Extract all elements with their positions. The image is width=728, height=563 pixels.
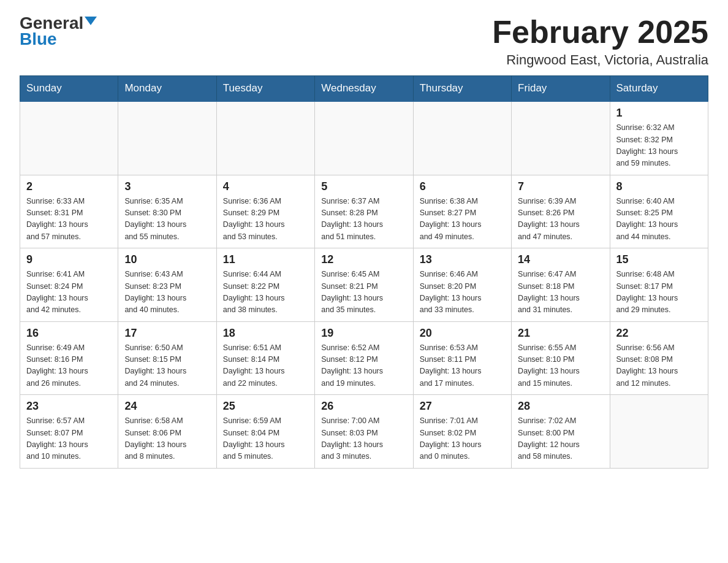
calendar-day-cell: 10Sunrise: 6:43 AMSunset: 8:23 PMDayligh… xyxy=(118,248,216,322)
calendar-day-cell: 26Sunrise: 7:00 AMSunset: 8:03 PMDayligh… xyxy=(315,395,413,469)
calendar-table: SundayMondayTuesdayWednesdayThursdayFrid… xyxy=(20,75,708,469)
day-info: Sunrise: 6:48 AMSunset: 8:17 PMDaylight:… xyxy=(616,269,702,316)
day-number: 8 xyxy=(616,180,702,193)
day-info: Sunrise: 6:35 AMSunset: 8:30 PMDaylight:… xyxy=(124,196,210,243)
weekday-header: Monday xyxy=(118,76,216,102)
day-info: Sunrise: 6:40 AMSunset: 8:25 PMDaylight:… xyxy=(616,196,702,243)
calendar-week-row: 9Sunrise: 6:41 AMSunset: 8:24 PMDaylight… xyxy=(20,248,708,322)
calendar-day-cell: 14Sunrise: 6:47 AMSunset: 8:18 PMDayligh… xyxy=(512,248,610,322)
calendar-day-cell: 19Sunrise: 6:52 AMSunset: 8:12 PMDayligh… xyxy=(315,321,413,395)
calendar-day-cell: 2Sunrise: 6:33 AMSunset: 8:31 PMDaylight… xyxy=(20,175,118,248)
day-info: Sunrise: 6:37 AMSunset: 8:28 PMDaylight:… xyxy=(321,196,406,243)
calendar-day-cell: 7Sunrise: 6:39 AMSunset: 8:26 PMDaylight… xyxy=(512,175,610,248)
calendar-day-cell xyxy=(610,395,708,469)
day-info: Sunrise: 6:58 AMSunset: 8:06 PMDaylight:… xyxy=(124,415,210,463)
page-header: General Blue February 2025 Ringwood East… xyxy=(20,15,708,68)
day-number: 2 xyxy=(26,180,112,193)
day-info: Sunrise: 6:44 AMSunset: 8:22 PMDaylight:… xyxy=(223,269,308,316)
weekday-header: Wednesday xyxy=(315,76,413,102)
calendar-day-cell: 1Sunrise: 6:32 AMSunset: 8:32 PMDaylight… xyxy=(610,101,708,175)
calendar-day-cell: 3Sunrise: 6:35 AMSunset: 8:30 PMDaylight… xyxy=(118,175,216,248)
logo-blue-text: Blue xyxy=(20,29,57,48)
day-info: Sunrise: 6:45 AMSunset: 8:21 PMDaylight:… xyxy=(321,269,406,316)
calendar-week-row: 1Sunrise: 6:32 AMSunset: 8:32 PMDaylight… xyxy=(20,101,708,175)
calendar-subtitle: Ringwood East, Victoria, Australia xyxy=(492,52,708,68)
day-number: 26 xyxy=(321,400,406,413)
day-info: Sunrise: 7:01 AMSunset: 8:02 PMDaylight:… xyxy=(420,415,505,463)
day-info: Sunrise: 6:59 AMSunset: 8:04 PMDaylight:… xyxy=(223,415,308,463)
calendar-week-row: 16Sunrise: 6:49 AMSunset: 8:16 PMDayligh… xyxy=(20,321,708,395)
day-number: 1 xyxy=(616,107,702,120)
day-number: 10 xyxy=(124,253,210,266)
calendar-day-cell: 28Sunrise: 7:02 AMSunset: 8:00 PMDayligh… xyxy=(512,395,610,469)
logo: General Blue xyxy=(20,15,97,48)
day-number: 28 xyxy=(518,400,603,413)
calendar-day-cell: 17Sunrise: 6:50 AMSunset: 8:15 PMDayligh… xyxy=(118,321,216,395)
day-number: 3 xyxy=(124,180,210,193)
weekday-header: Thursday xyxy=(413,76,511,102)
day-number: 9 xyxy=(26,253,112,266)
day-info: Sunrise: 6:33 AMSunset: 8:31 PMDaylight:… xyxy=(26,196,112,243)
calendar-title: February 2025 xyxy=(492,15,708,50)
calendar-day-cell: 13Sunrise: 6:46 AMSunset: 8:20 PMDayligh… xyxy=(413,248,511,322)
day-number: 5 xyxy=(321,180,406,193)
calendar-day-cell xyxy=(20,101,118,175)
weekday-header: Sunday xyxy=(20,76,118,102)
day-number: 23 xyxy=(26,400,112,413)
calendar-day-cell: 20Sunrise: 6:53 AMSunset: 8:11 PMDayligh… xyxy=(413,321,511,395)
calendar-day-cell: 27Sunrise: 7:01 AMSunset: 8:02 PMDayligh… xyxy=(413,395,511,469)
day-number: 20 xyxy=(420,327,505,340)
day-info: Sunrise: 6:55 AMSunset: 8:10 PMDaylight:… xyxy=(518,342,603,390)
day-info: Sunrise: 6:38 AMSunset: 8:27 PMDaylight:… xyxy=(420,196,505,243)
weekday-header: Saturday xyxy=(610,76,708,102)
day-info: Sunrise: 6:51 AMSunset: 8:14 PMDaylight:… xyxy=(223,342,308,390)
day-number: 17 xyxy=(124,327,210,340)
day-info: Sunrise: 6:46 AMSunset: 8:20 PMDaylight:… xyxy=(420,269,505,316)
calendar-week-row: 23Sunrise: 6:57 AMSunset: 8:07 PMDayligh… xyxy=(20,395,708,469)
calendar-day-cell: 16Sunrise: 6:49 AMSunset: 8:16 PMDayligh… xyxy=(20,321,118,395)
calendar-day-cell: 21Sunrise: 6:55 AMSunset: 8:10 PMDayligh… xyxy=(512,321,610,395)
day-number: 16 xyxy=(26,327,112,340)
calendar-day-cell: 11Sunrise: 6:44 AMSunset: 8:22 PMDayligh… xyxy=(216,248,314,322)
day-number: 13 xyxy=(420,253,505,266)
day-number: 25 xyxy=(223,400,308,413)
weekday-header: Tuesday xyxy=(216,76,314,102)
calendar-day-cell: 9Sunrise: 6:41 AMSunset: 8:24 PMDaylight… xyxy=(20,248,118,322)
calendar-day-cell xyxy=(512,101,610,175)
calendar-day-cell: 4Sunrise: 6:36 AMSunset: 8:29 PMDaylight… xyxy=(216,175,314,248)
weekday-header: Friday xyxy=(512,76,610,102)
calendar-header-row: SundayMondayTuesdayWednesdayThursdayFrid… xyxy=(20,76,708,102)
day-info: Sunrise: 7:02 AMSunset: 8:00 PMDaylight:… xyxy=(518,415,603,463)
calendar-day-cell: 24Sunrise: 6:58 AMSunset: 8:06 PMDayligh… xyxy=(118,395,216,469)
day-number: 21 xyxy=(518,327,603,340)
calendar-day-cell: 15Sunrise: 6:48 AMSunset: 8:17 PMDayligh… xyxy=(610,248,708,322)
day-number: 11 xyxy=(223,253,308,266)
calendar-day-cell: 25Sunrise: 6:59 AMSunset: 8:04 PMDayligh… xyxy=(216,395,314,469)
day-info: Sunrise: 6:50 AMSunset: 8:15 PMDaylight:… xyxy=(124,342,210,390)
day-info: Sunrise: 6:32 AMSunset: 8:32 PMDaylight:… xyxy=(616,122,702,170)
calendar-day-cell: 12Sunrise: 6:45 AMSunset: 8:21 PMDayligh… xyxy=(315,248,413,322)
calendar-day-cell: 6Sunrise: 6:38 AMSunset: 8:27 PMDaylight… xyxy=(413,175,511,248)
day-number: 19 xyxy=(321,327,406,340)
calendar-day-cell xyxy=(216,101,314,175)
day-number: 22 xyxy=(616,327,702,340)
day-info: Sunrise: 6:52 AMSunset: 8:12 PMDaylight:… xyxy=(321,342,406,390)
day-number: 18 xyxy=(223,327,308,340)
day-number: 6 xyxy=(420,180,505,193)
logo-blue: Blue xyxy=(20,31,57,48)
day-info: Sunrise: 6:39 AMSunset: 8:26 PMDaylight:… xyxy=(518,196,603,243)
day-info: Sunrise: 6:43 AMSunset: 8:23 PMDaylight:… xyxy=(124,269,210,316)
day-number: 4 xyxy=(223,180,308,193)
calendar-day-cell: 23Sunrise: 6:57 AMSunset: 8:07 PMDayligh… xyxy=(20,395,118,469)
day-info: Sunrise: 6:36 AMSunset: 8:29 PMDaylight:… xyxy=(223,196,308,243)
day-info: Sunrise: 6:53 AMSunset: 8:11 PMDaylight:… xyxy=(420,342,505,390)
day-info: Sunrise: 6:41 AMSunset: 8:24 PMDaylight:… xyxy=(26,269,112,316)
day-number: 12 xyxy=(321,253,406,266)
day-info: Sunrise: 6:49 AMSunset: 8:16 PMDaylight:… xyxy=(26,342,112,390)
day-number: 14 xyxy=(518,253,603,266)
day-info: Sunrise: 7:00 AMSunset: 8:03 PMDaylight:… xyxy=(321,415,406,463)
calendar-day-cell: 18Sunrise: 6:51 AMSunset: 8:14 PMDayligh… xyxy=(216,321,314,395)
calendar-week-row: 2Sunrise: 6:33 AMSunset: 8:31 PMDaylight… xyxy=(20,175,708,248)
day-number: 27 xyxy=(420,400,505,413)
day-number: 24 xyxy=(124,400,210,413)
